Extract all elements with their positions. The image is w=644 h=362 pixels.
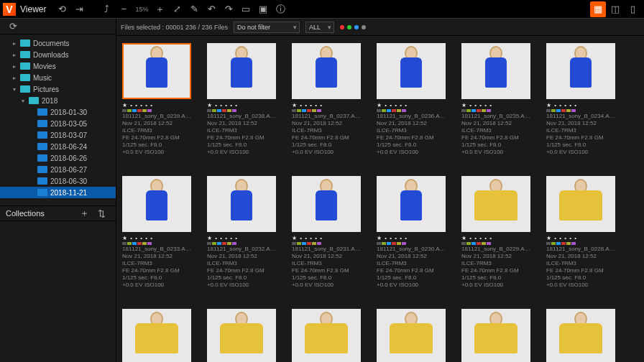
rotate-right-icon[interactable]: ↷ — [221, 1, 236, 17]
thumbnail-image[interactable] — [377, 309, 446, 362]
color-labels[interactable] — [292, 242, 361, 245]
thumbnail-grid: ★ • • • • •181121_sony_B_0239.ARWNov 21,… — [116, 36, 644, 362]
thumbnail-card[interactable]: ★ • • • • •181121_sony_B_0230.ARWNov 21,… — [377, 176, 446, 289]
folder-Movies[interactable]: ▸Movies — [0, 60, 116, 72]
rating-stars[interactable]: ★ • • • • • — [122, 235, 191, 241]
thumbnail-image[interactable] — [122, 309, 191, 362]
color-labels[interactable] — [546, 109, 615, 112]
thumbnail-image[interactable] — [377, 176, 446, 232]
thumbnail-card[interactable]: ★ • • • • •181121_sony_B_0231.ARWNov 21,… — [292, 176, 361, 289]
folder-2018-01-30[interactable]: 2018-01-30 — [0, 106, 116, 118]
folder-2018-06-24[interactable]: 2018-06-24 — [0, 141, 116, 152]
image-icon[interactable]: ▣ — [255, 1, 271, 17]
color-labels[interactable] — [461, 109, 530, 112]
fit-icon[interactable]: ⤢ — [169, 1, 185, 17]
color-labels[interactable] — [122, 242, 191, 245]
thumbnail-image[interactable] — [207, 176, 276, 232]
thumbnail-image[interactable] — [292, 176, 361, 232]
thumbnail-card[interactable]: ★ • • • • •181121_sony_B_0232.ARWNov 21,… — [207, 176, 276, 289]
thumbnail-card[interactable]: ★ • • • • •181121_sony_B_0235.ARWNov 21,… — [461, 43, 530, 156]
rating-stars[interactable]: ★ • • • • • — [292, 102, 361, 108]
info-icon[interactable]: ⓘ — [272, 1, 288, 17]
color-labels[interactable] — [207, 109, 276, 112]
thumbnail-image[interactable] — [546, 43, 615, 99]
color-labels[interactable] — [461, 242, 530, 245]
folder-2018-06-30[interactable]: 2018-06-30 — [0, 175, 116, 187]
zoom-out-icon[interactable]: − — [116, 1, 132, 17]
rating-stars[interactable]: ★ • • • • • — [546, 235, 615, 241]
sidebar: ⟳ ▸Documents▸Downloads▸Movies▸Music▾Pict… — [0, 19, 116, 362]
thumbnail-metadata: 181121_sony_B_0234.ARWNov 21, 2018 12:52… — [546, 113, 615, 156]
folder-2018-03-05[interactable]: 2018-03-05 — [0, 118, 116, 129]
thumbnail-metadata: 181121_sony_B_0232.ARWNov 21, 2018 12:52… — [207, 246, 276, 289]
filter-mode-select[interactable]: Do not filter — [234, 22, 300, 33]
thumbnail-card[interactable]: ★ • • • • •181121_sony_B_0223.ARWNov 21,… — [461, 309, 530, 362]
color-labels[interactable] — [377, 242, 446, 245]
thumbnail-card[interactable]: ★ • • • • •181121_sony_B_0228.ARWNov 21,… — [546, 176, 615, 289]
thumbnail-image[interactable] — [546, 309, 615, 362]
rating-stars[interactable]: ★ • • • • • — [377, 102, 446, 108]
thumbnail-card[interactable]: ★ • • • • •181121_sony_B_0224.ARWNov 21,… — [377, 309, 446, 362]
folder-2018-06-26[interactable]: 2018-06-26 — [0, 152, 116, 164]
thumbnail-image[interactable] — [546, 176, 615, 232]
thumbnail-card[interactable]: ★ • • • • •181121_sony_B_0233.ARWNov 21,… — [122, 176, 191, 289]
view-single-icon[interactable]: ▯ — [625, 1, 640, 17]
folder-2018[interactable]: ▾2018 — [0, 95, 116, 106]
export-icon[interactable]: ⤴ — [98, 1, 114, 17]
thumbnail-image[interactable] — [377, 43, 446, 99]
compare-icon[interactable]: ▭ — [238, 1, 254, 17]
collection-settings-icon[interactable]: ⇅ — [93, 205, 109, 221]
color-labels[interactable] — [207, 242, 276, 245]
folder-Music[interactable]: ▸Music — [0, 72, 116, 83]
thumbnail-card[interactable]: ★ • • • • •181121_sony_B_0226.ARWNov 21,… — [207, 309, 276, 362]
thumbnail-image[interactable] — [292, 309, 361, 362]
color-labels[interactable] — [377, 109, 446, 112]
nav-exit-icon[interactable]: ⇥ — [71, 1, 87, 17]
color-labels[interactable] — [292, 109, 361, 112]
rating-stars[interactable]: ★ • • • • • — [546, 102, 615, 108]
filter-scope-select[interactable]: ALL — [305, 22, 334, 33]
rating-stars[interactable]: ★ • • • • • — [461, 235, 530, 241]
color-labels[interactable] — [122, 109, 191, 112]
thumbnail-image[interactable] — [207, 43, 276, 99]
view-grid-icon[interactable]: ▦ — [590, 1, 606, 17]
folder-Pictures[interactable]: ▾Pictures — [0, 83, 116, 95]
view-split-icon[interactable]: ◫ — [607, 1, 623, 17]
thumbnail-image[interactable] — [122, 176, 191, 232]
thumbnail-card[interactable]: ★ • • • • •181121_sony_B_0227.ARWNov 21,… — [122, 309, 191, 362]
rating-stars[interactable]: ★ • • • • • — [122, 102, 191, 108]
thumbnail-image[interactable] — [461, 43, 530, 99]
thumbnail-card[interactable]: ★ • • • • •181121_sony_B_0238.ARWNov 21,… — [207, 43, 276, 156]
thumbnail-card[interactable]: ★ • • • • •181121_sony_B_0236.ARWNov 21,… — [377, 43, 446, 156]
folder-2018-06-27[interactable]: 2018-06-27 — [0, 164, 116, 175]
rating-stars[interactable]: ★ • • • • • — [292, 235, 361, 241]
folder-Documents[interactable]: ▸Documents — [0, 37, 116, 49]
thumbnail-card[interactable]: ★ • • • • •181121_sony_B_0234.ARWNov 21,… — [546, 43, 615, 156]
nav-back-icon[interactable]: ⟲ — [54, 1, 70, 17]
thumbnail-card[interactable]: ★ • • • • •181121_sony_B_0222.ARWNov 21,… — [546, 309, 615, 362]
thumbnail-image[interactable] — [461, 309, 530, 362]
rating-stars[interactable]: ★ • • • • • — [461, 102, 530, 108]
thumbnail-card[interactable]: ★ • • • • •181121_sony_B_0239.ARWNov 21,… — [122, 43, 191, 156]
folder-2018-11-21[interactable]: 2018-11-21 — [0, 187, 116, 198]
thumbnail-card[interactable]: ★ • • • • •181121_sony_B_0229.ARWNov 21,… — [461, 176, 530, 289]
rating-stars[interactable]: ★ • • • • • — [207, 235, 276, 241]
rating-stars[interactable]: ★ • • • • • — [207, 102, 276, 108]
add-collection-icon[interactable]: ＋ — [76, 205, 92, 221]
filter-color-dots[interactable] — [340, 25, 366, 29]
thumbnail-image[interactable] — [207, 309, 276, 362]
color-labels[interactable] — [546, 242, 615, 245]
tool-wand-icon[interactable]: ✎ — [186, 1, 202, 17]
rotate-left-icon[interactable]: ↶ — [203, 1, 219, 17]
thumbnail-image[interactable] — [122, 43, 191, 99]
thumbnail-metadata: 181121_sony_B_0238.ARWNov 21, 2018 12:52… — [207, 113, 276, 156]
thumbnail-image[interactable] — [292, 43, 361, 99]
zoom-in-icon[interactable]: ＋ — [152, 1, 167, 17]
folder-2018-03-07[interactable]: 2018-03-07 — [0, 129, 116, 141]
thumbnail-card[interactable]: ★ • • • • •181121_sony_B_0225.ARWNov 21,… — [292, 309, 361, 362]
thumbnail-card[interactable]: ★ • • • • •181121_sony_B_0237.ARWNov 21,… — [292, 43, 361, 156]
thumbnail-image[interactable] — [461, 176, 530, 232]
rating-stars[interactable]: ★ • • • • • — [377, 235, 446, 241]
refresh-icon[interactable]: ⟳ — [5, 19, 21, 34]
folder-Downloads[interactable]: ▸Downloads — [0, 49, 116, 60]
